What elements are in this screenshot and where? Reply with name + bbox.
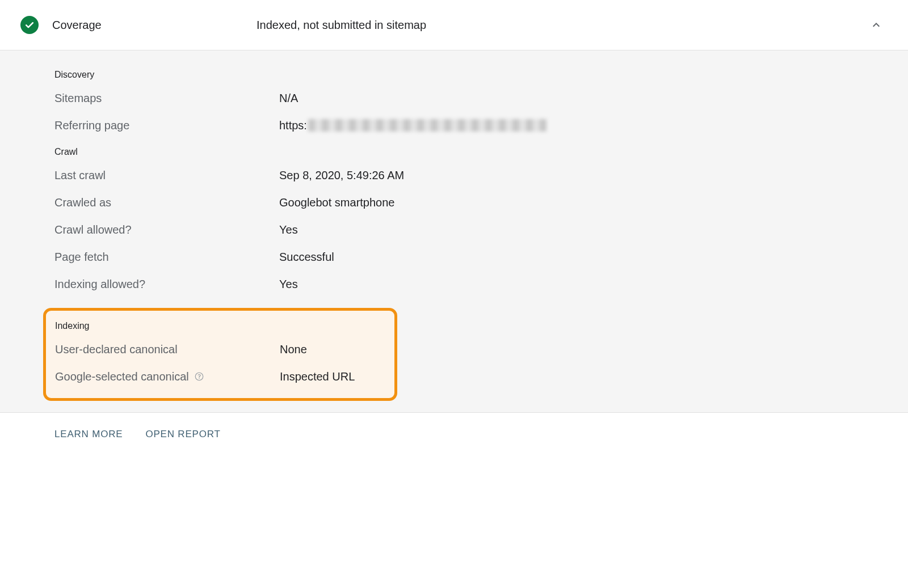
google-canonical-row: Google-selected canonical Inspected URL xyxy=(46,363,394,390)
indexing-allowed-row: Indexing allowed? Yes xyxy=(0,270,908,298)
learn-more-link[interactable]: Learn more xyxy=(54,429,123,440)
referring-page-label: Referring page xyxy=(54,119,279,132)
referring-page-row: Referring page https: xyxy=(0,112,908,139)
help-icon[interactable] xyxy=(194,371,205,382)
coverage-status: Indexed, not submitted in sitemap xyxy=(257,19,865,32)
sitemaps-label: Sitemaps xyxy=(54,92,279,105)
google-canonical-label: Google-selected canonical xyxy=(55,370,280,383)
chevron-up-icon xyxy=(869,18,883,32)
coverage-title: Coverage xyxy=(52,19,257,32)
last-crawl-label: Last crawl xyxy=(54,169,279,182)
page-fetch-label: Page fetch xyxy=(54,251,279,264)
status-success-icon xyxy=(20,16,39,34)
sitemaps-row: Sitemaps N/A xyxy=(0,84,908,112)
open-report-link[interactable]: Open report xyxy=(145,429,220,440)
redacted-url xyxy=(308,119,547,132)
coverage-header[interactable]: Coverage Indexed, not submitted in sitem… xyxy=(0,0,908,50)
referring-page-prefix: https: xyxy=(279,119,307,132)
user-canonical-row: User-declared canonical None xyxy=(46,336,394,363)
collapse-toggle[interactable] xyxy=(865,14,888,36)
user-canonical-label: User-declared canonical xyxy=(55,343,280,356)
crawled-as-value: Googlebot smartphone xyxy=(279,196,394,209)
last-crawl-value: Sep 8, 2020, 5:49:26 AM xyxy=(279,169,404,182)
checkmark-icon xyxy=(24,19,35,31)
last-crawl-row: Last crawl Sep 8, 2020, 5:49:26 AM xyxy=(0,162,908,189)
crawl-allowed-label: Crawl allowed? xyxy=(54,223,279,236)
crawled-as-row: Crawled as Googlebot smartphone xyxy=(0,189,908,216)
crawl-allowed-row: Crawl allowed? Yes xyxy=(0,216,908,243)
coverage-details: Discovery Sitemaps N/A Referring page ht… xyxy=(0,50,908,412)
crawl-allowed-value: Yes xyxy=(279,223,298,236)
user-canonical-value: None xyxy=(280,343,307,356)
question-circle-icon xyxy=(194,371,204,382)
page-fetch-row: Page fetch Successful xyxy=(0,243,908,270)
google-canonical-value: Inspected URL xyxy=(280,370,355,383)
coverage-footer: Learn more Open report xyxy=(0,412,908,474)
referring-page-value: https: xyxy=(279,119,547,132)
indexing-allowed-label: Indexing allowed? xyxy=(54,278,279,291)
crawl-section-label: Crawl xyxy=(0,142,908,162)
crawled-as-label: Crawled as xyxy=(54,196,279,209)
indexing-highlight-box: Indexing User-declared canonical None Go… xyxy=(43,308,397,401)
page-fetch-value: Successful xyxy=(279,251,334,264)
discovery-section-label: Discovery xyxy=(0,65,908,84)
sitemaps-value: N/A xyxy=(279,92,298,105)
indexing-allowed-value: Yes xyxy=(279,278,298,291)
google-canonical-label-text: Google-selected canonical xyxy=(55,370,189,383)
indexing-section-label: Indexing xyxy=(46,316,394,336)
